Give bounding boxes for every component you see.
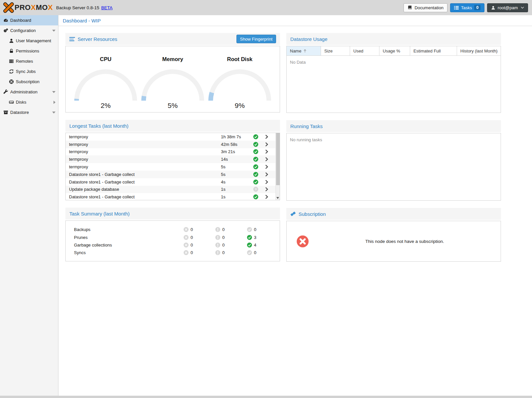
chevron-right-icon[interactable] (261, 157, 272, 161)
sidebar-item-subscription[interactable]: Subscription (0, 77, 58, 87)
caret-down-icon[interactable] (52, 91, 55, 93)
chevron-right-icon[interactable] (261, 135, 272, 139)
task-name: termproxy (69, 134, 221, 139)
longest-tasks-header: Longest Tasks (last Month) (65, 120, 280, 132)
subscription-icon (9, 79, 16, 84)
column-header-label: History (last Month) (460, 49, 498, 53)
longest-task-row[interactable]: Datastore store1 - Garbage collect4s (66, 178, 280, 186)
sidebar-item-sync-jobs[interactable]: Sync Jobs (0, 66, 58, 77)
sidebar-item-configuration[interactable]: Configuration (0, 25, 58, 36)
column-header-used[interactable]: Used (350, 46, 379, 55)
caret-down-icon[interactable] (52, 112, 55, 114)
ok-circle-icon (247, 243, 252, 248)
longest-task-row[interactable]: Datastore store1 - Garbage collect5s (66, 171, 280, 178)
ok-count: 4 (254, 243, 256, 248)
book-icon (408, 5, 412, 10)
sidebar-item-label: Sync Jobs (16, 69, 36, 74)
task-status-ok-icon (251, 180, 261, 184)
warning-circle-icon (215, 243, 220, 248)
datastore-table-body: No Data (287, 56, 501, 113)
scrollbar-down-arrow-icon[interactable] (276, 197, 279, 199)
chevron-down-icon (521, 7, 524, 9)
gauge-arc (73, 68, 139, 104)
longest-task-row[interactable]: termproxy5s (66, 163, 280, 171)
sidebar-item-label: Disks (16, 100, 26, 105)
longest-tasks-list: termproxy1h 38m 7stermproxy42m 58stermpr… (66, 133, 280, 200)
running-tasks-empty-text: No running tasks (287, 133, 501, 146)
error-count-group: 0 (184, 243, 215, 248)
sidebar-item-user-management[interactable]: User Management (0, 36, 58, 46)
sidebar-item-administration[interactable]: Administration (0, 87, 58, 97)
user-menu-button[interactable]: root@pam (487, 3, 528, 12)
tasks-count-badge: 0 (474, 5, 480, 10)
gauge-label: CPU (73, 56, 139, 62)
task-summary-body: Backups000Prunes003Garbage collections00… (65, 220, 280, 261)
longest-task-row[interactable]: termproxy1h 38m 7s (66, 133, 280, 141)
server-resources-header: Server Resources Show Fingerprint (65, 33, 280, 45)
beta-link[interactable]: BETA (101, 5, 113, 10)
task-duration: 3m 21s (221, 149, 251, 154)
longest-task-row[interactable]: termproxy3m 21s (66, 148, 280, 156)
task-name: termproxy (69, 142, 221, 147)
tasks-button[interactable]: Tasks 0 (450, 3, 484, 12)
task-summary-label: Backups (74, 227, 184, 232)
scrollbar-thumb[interactable] (276, 133, 280, 185)
caret-down-icon[interactable] (52, 30, 55, 32)
sidebar-item-disks[interactable]: Disks (0, 97, 58, 107)
longest-task-row[interactable]: termproxy42m 58s (66, 141, 280, 148)
chevron-right-icon[interactable] (261, 142, 272, 147)
longest-task-row[interactable]: termproxy14s (66, 155, 280, 163)
chevron-right-icon[interactable] (261, 187, 272, 191)
longest-task-row[interactable]: Update package database1s? (66, 186, 280, 193)
error-count: 0 (191, 227, 193, 232)
ok-count-group: 0 (247, 250, 279, 255)
chevron-right-icon[interactable] (261, 165, 272, 169)
column-header-history-last-month-[interactable]: History (last Month) (457, 46, 501, 55)
sidebar-item-permissions[interactable]: Permissions (0, 46, 58, 56)
left-column: Server Resources Show Fingerprint CPU2%M… (65, 33, 280, 269)
column-header-usage-[interactable]: Usage % (379, 46, 410, 55)
ok-circle-icon (247, 235, 252, 240)
datastore-icon (3, 110, 10, 115)
warning-count-group: 0 (215, 243, 247, 248)
gauge-memory: Memory5% (140, 56, 206, 112)
show-fingerprint-button[interactable]: Show Fingerprint (236, 35, 276, 43)
subscription-header: Subscription (286, 208, 501, 220)
datastore-usage-header: Datastore Usage (286, 33, 501, 45)
warning-count-group: 0 (215, 235, 247, 240)
column-header-size[interactable]: Size (321, 46, 350, 55)
sidebar-item-remotes[interactable]: Remotes (0, 56, 58, 66)
topbar: PROXMOX Backup Server 0.8-15 BETA Docume… (0, 0, 532, 15)
server-resources-title: Server Resources (78, 36, 117, 42)
ok-count: 0 (254, 227, 256, 232)
task-summary-label: Prunes (74, 235, 184, 240)
chevron-right-icon[interactable] (261, 180, 272, 184)
column-header-estimated-full[interactable]: Estimated Full (410, 46, 457, 55)
chevron-right-icon[interactable] (261, 149, 272, 154)
sidebar-item-dashboard[interactable]: Dashboard (0, 15, 58, 25)
running-tasks-title: Running Tasks (290, 123, 323, 129)
ok-count-group: 3 (247, 235, 279, 240)
scrollbar[interactable] (275, 133, 280, 200)
longest-task-row[interactable]: Datastore store1 - Garbage collect1s (66, 193, 280, 200)
bars-icon (69, 37, 75, 41)
sort-ascending-icon (303, 49, 306, 53)
column-header-label: Estimated Full (413, 49, 441, 53)
horizontal-scrollbar-track[interactable] (0, 396, 532, 398)
task-duration: 14s (221, 157, 251, 162)
chevron-right-icon[interactable] (261, 195, 272, 199)
documentation-button[interactable]: Documentation (404, 3, 447, 12)
task-duration: 1s (221, 187, 251, 192)
main-area: Dashboard - WIP Server Resources Show Fi… (58, 15, 532, 396)
datastore-usage-panel: Datastore Usage NameSizeUsedUsage %Estim… (286, 33, 501, 113)
datastore-table-header: NameSizeUsedUsage %Estimated FullHistory… (287, 46, 501, 56)
sidebar-item-label: Datastore (10, 110, 29, 115)
caret-right-icon[interactable] (53, 101, 55, 104)
column-header-name[interactable]: Name (287, 46, 321, 55)
gauge-label: Memory (140, 56, 206, 62)
dashboard-content: Server Resources Show Fingerprint CPU2%M… (58, 26, 532, 269)
documentation-label: Documentation (414, 5, 443, 10)
subscription-message: This node does not have a subscription. (309, 239, 501, 244)
sidebar-item-datastore[interactable]: Datastore (0, 107, 58, 117)
chevron-right-icon[interactable] (261, 172, 272, 177)
